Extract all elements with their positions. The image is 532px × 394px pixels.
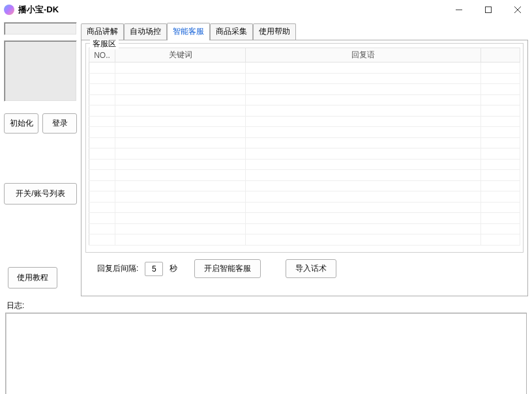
table-row[interactable] <box>89 191 520 203</box>
table-row[interactable] <box>89 127 520 138</box>
table-row[interactable] <box>89 116 520 127</box>
table-row[interactable] <box>89 159 520 170</box>
table-row[interactable] <box>89 73 520 84</box>
table-row[interactable] <box>89 180 520 191</box>
service-table[interactable]: NO.. 关键词 回复语 <box>89 48 520 246</box>
log-textarea[interactable] <box>5 313 527 394</box>
table-row[interactable] <box>89 170 520 181</box>
init-button[interactable]: 初始化 <box>4 113 38 134</box>
interval-label: 回复后间隔: <box>97 263 138 274</box>
log-label: 日志: <box>7 300 527 311</box>
maximize-button[interactable] <box>473 0 503 20</box>
import-script-button[interactable]: 导入话术 <box>286 259 336 278</box>
sidebar-slot-small <box>4 22 77 35</box>
table-row[interactable] <box>89 63 520 74</box>
table-row[interactable] <box>89 202 520 213</box>
log-section: 日志: <box>0 296 532 394</box>
login-button[interactable]: 登录 <box>42 113 77 134</box>
table-row[interactable] <box>89 137 520 148</box>
col-header-reply[interactable]: 回复语 <box>246 48 481 63</box>
tab-auto-control[interactable]: 自动场控 <box>124 23 167 40</box>
tab-smart-service[interactable]: 智能客服 <box>167 23 210 40</box>
table-row[interactable] <box>89 234 520 246</box>
groupbox-title: 客服区 <box>90 38 119 49</box>
account-list-button[interactable]: 开关/账号列表 <box>4 183 77 204</box>
app-title: 播小宝-DK <box>18 4 59 16</box>
controls-row: 回复后间隔: 秒 开启智能客服 导入话术 <box>85 253 524 281</box>
close-button[interactable] <box>503 0 532 20</box>
col-header-blank[interactable] <box>481 48 520 63</box>
tab-product-collect[interactable]: 商品采集 <box>210 23 253 40</box>
tab-help[interactable]: 使用帮助 <box>253 23 296 40</box>
sidebar-preview <box>4 40 77 102</box>
tutorial-button[interactable]: 使用教程 <box>8 267 57 288</box>
col-header-keyword[interactable]: 关键词 <box>115 48 246 63</box>
table-row[interactable] <box>89 94 520 106</box>
sidebar: 初始化 登录 开关/账号列表 使用教程 <box>4 22 77 296</box>
service-table-body <box>89 63 520 246</box>
interval-unit: 秒 <box>170 263 177 274</box>
table-row[interactable] <box>89 223 520 234</box>
table-row[interactable] <box>89 106 520 117</box>
tab-content: 客服区 NO.. 关键词 回复语 <box>81 40 528 296</box>
tab-bar: 商品讲解 自动场控 智能客服 商品采集 使用帮助 <box>81 22 528 40</box>
main-panel: 商品讲解 自动场控 智能客服 商品采集 使用帮助 客服区 NO.. 关键词 回复… <box>81 22 528 296</box>
start-service-button[interactable]: 开启智能客服 <box>194 259 261 278</box>
table-row[interactable] <box>89 213 520 224</box>
interval-input[interactable] <box>145 262 163 276</box>
window-controls <box>444 0 532 20</box>
client-area: 初始化 登录 开关/账号列表 使用教程 商品讲解 自动场控 智能客服 商品采集 … <box>0 20 532 296</box>
svg-rect-0 <box>485 7 491 13</box>
table-row[interactable] <box>89 148 520 160</box>
app-icon <box>4 5 14 15</box>
col-header-no[interactable]: NO.. <box>89 48 115 63</box>
title-bar: 播小宝-DK <box>0 0 532 20</box>
minimize-button[interactable] <box>444 0 473 20</box>
tab-product-explain[interactable]: 商品讲解 <box>81 23 124 40</box>
service-groupbox: 客服区 NO.. 关键词 回复语 <box>85 43 524 253</box>
table-row[interactable] <box>89 84 520 95</box>
